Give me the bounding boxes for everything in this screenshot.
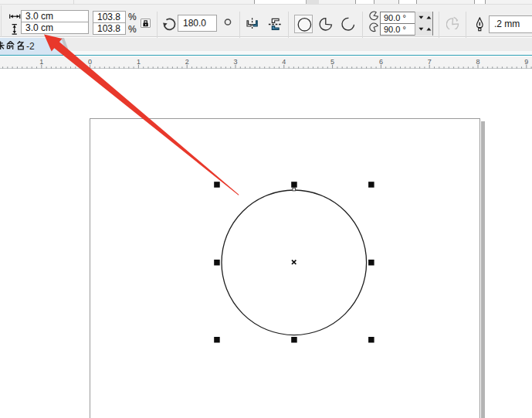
svg-text:2: 2 xyxy=(185,58,189,66)
svg-text:8: 8 xyxy=(476,58,479,66)
svg-text:3: 3 xyxy=(233,58,237,66)
svg-text:9: 9 xyxy=(524,58,528,66)
svg-text:0: 0 xyxy=(88,58,92,66)
svg-text:4: 4 xyxy=(282,58,286,66)
svg-text:5: 5 xyxy=(330,58,334,66)
svg-text:1: 1 xyxy=(39,58,43,66)
svg-text:7: 7 xyxy=(428,58,432,66)
svg-text:6: 6 xyxy=(379,58,383,66)
svg-text:-2: -2 xyxy=(26,41,35,52)
svg-text:1: 1 xyxy=(137,58,141,66)
